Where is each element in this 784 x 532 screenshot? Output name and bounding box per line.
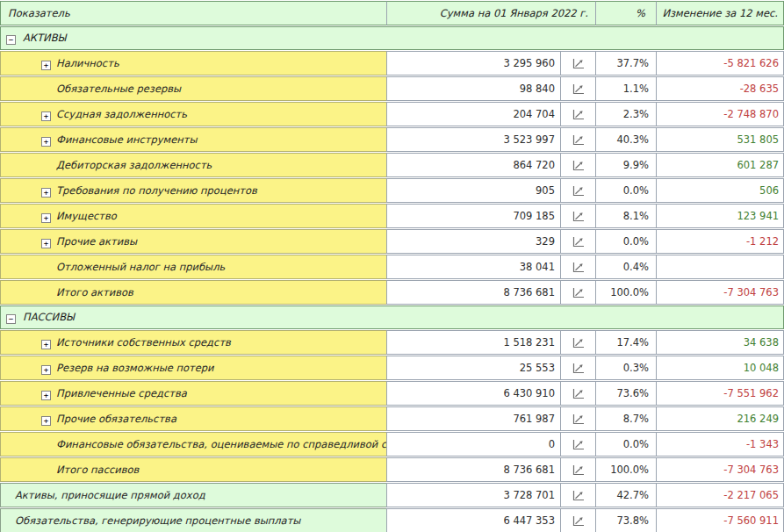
indicator-cell: +Резерв на возможные потери <box>0 356 386 380</box>
expand-icon[interactable]: + <box>41 416 51 426</box>
chart-cell[interactable] <box>560 102 595 126</box>
chart-cell[interactable] <box>560 255 595 279</box>
chart-icon[interactable] <box>572 362 585 374</box>
chart-icon[interactable] <box>572 57 585 69</box>
indicator-cell: +Дебиторская задолженность <box>0 153 386 177</box>
change-cell: -1 212 <box>656 229 784 254</box>
amount-cell: 709 185 <box>386 204 560 228</box>
amount-cell: 3 295 960 <box>386 51 560 75</box>
change-cell: -1 343 <box>656 432 784 457</box>
change-cell: -7 304 763 <box>656 457 784 482</box>
chart-icon[interactable] <box>572 514 585 527</box>
chart-cell[interactable] <box>560 153 595 177</box>
chart-cell[interactable] <box>560 204 595 228</box>
chart-icon[interactable] <box>572 489 585 501</box>
chart-icon[interactable] <box>572 336 585 349</box>
collapse-icon[interactable]: − <box>6 314 16 324</box>
change-cell: -7 560 911 <box>656 508 784 532</box>
chart-icon[interactable] <box>572 438 585 450</box>
chart-icon[interactable] <box>572 159 585 171</box>
row-label: Отложенный налог на прибыль <box>56 261 225 273</box>
change-cell: 216 249 <box>656 406 784 431</box>
chart-cell[interactable] <box>560 356 595 380</box>
table-row: +Прочие активы3290.0%-1 212 <box>0 229 784 254</box>
chart-cell[interactable] <box>560 508 595 532</box>
change-cell: 34 638 <box>656 330 784 355</box>
expand-icon[interactable]: + <box>41 239 51 248</box>
percent-cell: 8.1% <box>595 204 656 228</box>
chart-icon[interactable] <box>572 413 585 425</box>
row-label: Обязательства, генерирующие процентные в… <box>15 514 300 527</box>
amount-cell: 329 <box>386 229 560 254</box>
expand-icon[interactable]: + <box>41 61 51 70</box>
chart-cell[interactable] <box>560 51 595 75</box>
expand-icon[interactable]: + <box>41 188 51 198</box>
chart-icon[interactable] <box>572 235 585 248</box>
chart-cell[interactable] <box>560 432 595 457</box>
chart-cell[interactable] <box>560 127 595 152</box>
amount-cell: 38 041 <box>386 255 560 279</box>
expand-icon[interactable]: + <box>41 213 51 223</box>
percent-cell: 37.7% <box>595 51 656 75</box>
indicator-cell: +Источники собственных средств <box>0 330 386 355</box>
chart-icon[interactable] <box>572 387 585 399</box>
indicator-cell: +Итого пассивов <box>0 457 386 482</box>
amount-cell: 8 736 681 <box>386 280 560 305</box>
row-label: Итого пассивов <box>56 464 139 476</box>
expand-icon[interactable]: + <box>41 137 51 147</box>
collapse-icon[interactable]: − <box>6 35 16 45</box>
chart-icon[interactable] <box>572 464 585 476</box>
amount-cell: 25 553 <box>386 356 560 380</box>
table-row: +Итого активов8 736 681100.0%-7 304 763 <box>0 280 784 305</box>
table-row: +Ссудная задолженность204 7042.3%-2 748 … <box>0 102 784 126</box>
chart-cell[interactable] <box>560 381 595 406</box>
chart-cell[interactable] <box>560 330 595 355</box>
percent-cell: 0.0% <box>595 178 656 203</box>
percent-cell: 0.0% <box>595 432 656 457</box>
change-cell: -5 821 626 <box>656 51 784 75</box>
change-cell: 123 941 <box>656 204 784 228</box>
chart-icon[interactable] <box>572 108 585 120</box>
table-row: +Отложенный налог на прибыль38 0410.4% <box>0 255 784 279</box>
chart-icon[interactable] <box>572 184 585 197</box>
section-row: −АКТИВЫ <box>0 26 784 50</box>
percent-cell: 8.7% <box>595 406 656 431</box>
chart-icon[interactable] <box>572 83 585 95</box>
change-cell: -7 551 962 <box>656 381 784 406</box>
row-label: Привлеченные средства <box>56 387 187 399</box>
expand-icon[interactable]: + <box>41 365 51 375</box>
section-title: АКТИВЫ <box>23 32 67 44</box>
expand-icon[interactable]: + <box>41 340 51 349</box>
column-header-change: Изменение за 12 мес. <box>656 1 784 25</box>
chart-cell[interactable] <box>560 483 595 507</box>
percent-cell: 0.3% <box>595 356 656 380</box>
chart-icon[interactable] <box>572 210 585 222</box>
percent-cell: 9.9% <box>595 153 656 177</box>
indicator-cell: +Обязательные резервы <box>0 76 386 101</box>
change-cell: 506 <box>656 178 784 203</box>
row-label: Прочие обязательства <box>56 413 176 425</box>
percent-cell: 73.8% <box>595 508 656 532</box>
table-row: +Наличность3 295 96037.7%-5 821 626 <box>0 51 784 75</box>
change-cell: 531 805 <box>656 127 784 152</box>
chart-cell[interactable] <box>560 406 595 431</box>
chart-cell[interactable] <box>560 457 595 482</box>
indicator-cell: +Имущество <box>0 204 386 228</box>
table-row: +Имущество709 1858.1%123 941 <box>0 204 784 228</box>
section-title: ПАССИВЫ <box>23 311 75 323</box>
indicator-cell: +Привлеченные средства <box>0 381 386 406</box>
indicator-cell: +Итого активов <box>0 280 386 305</box>
chart-icon[interactable] <box>572 286 585 298</box>
chart-cell[interactable] <box>560 229 595 254</box>
chart-cell[interactable] <box>560 76 595 101</box>
chart-cell[interactable] <box>560 178 595 203</box>
chart-icon[interactable] <box>572 133 585 146</box>
amount-cell: 3 728 701 <box>386 483 560 507</box>
expand-icon[interactable]: + <box>41 111 51 121</box>
chart-icon[interactable] <box>572 261 585 273</box>
change-cell <box>656 255 784 279</box>
table-row: +Требования по получению процентов9050.0… <box>0 178 784 203</box>
indicator-cell: Обязательства, генерирующие процентные в… <box>0 508 386 532</box>
chart-cell[interactable] <box>560 280 595 305</box>
expand-icon[interactable]: + <box>41 391 51 400</box>
